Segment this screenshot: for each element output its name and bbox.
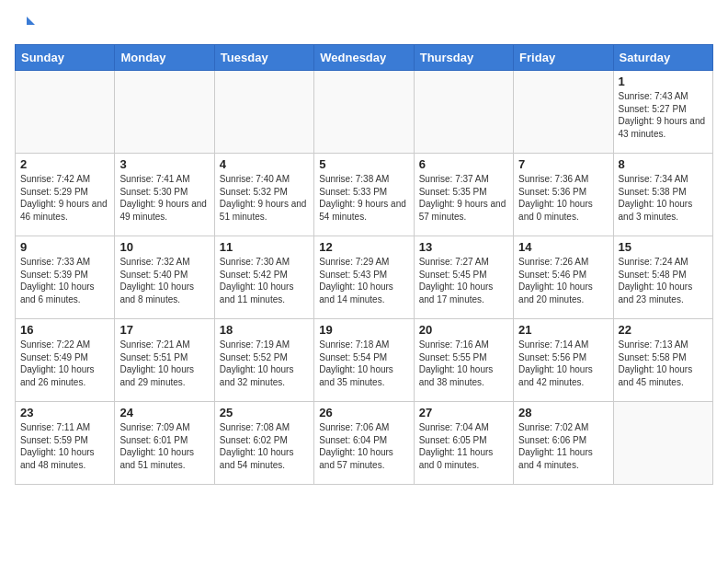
day-info: Sunrise: 7:19 AM Sunset: 5:52 PM Dayligh…	[220, 339, 309, 388]
day-info: Sunrise: 7:02 AM Sunset: 6:06 PM Dayligh…	[518, 421, 608, 471]
day-info: Sunrise: 7:30 AM Sunset: 5:42 PM Dayligh…	[220, 256, 309, 305]
day-info: Sunrise: 7:21 AM Sunset: 5:51 PM Dayligh…	[119, 339, 209, 388]
svg-marker-0	[27, 17, 35, 25]
day-number: 14	[518, 240, 608, 254]
day-number: 10	[119, 240, 209, 254]
day-cell: 23Sunrise: 7:11 AM Sunset: 5:59 PM Dayli…	[16, 402, 115, 485]
day-info: Sunrise: 7:26 AM Sunset: 5:46 PM Dayligh…	[518, 256, 608, 305]
day-number: 26	[319, 406, 408, 419]
weekday-tuesday: Tuesday	[214, 45, 313, 71]
day-cell: 11Sunrise: 7:30 AM Sunset: 5:42 PM Dayli…	[214, 236, 313, 319]
day-number: 20	[419, 323, 508, 337]
day-info: Sunrise: 7:38 AM Sunset: 5:33 PM Dayligh…	[319, 173, 408, 223]
day-info: Sunrise: 7:41 AM Sunset: 5:30 PM Dayligh…	[119, 173, 209, 223]
day-cell: 1Sunrise: 7:43 AM Sunset: 5:27 PM Daylig…	[613, 71, 712, 154]
day-number: 11	[220, 240, 309, 254]
day-number: 13	[419, 240, 508, 254]
day-cell	[613, 402, 712, 485]
weekday-saturday: Saturday	[613, 45, 712, 71]
day-number: 25	[220, 406, 309, 419]
week-row-2: 2Sunrise: 7:42 AM Sunset: 5:29 PM Daylig…	[16, 154, 713, 236]
day-info: Sunrise: 7:29 AM Sunset: 5:43 PM Dayligh…	[319, 256, 408, 305]
weekday-thursday: Thursday	[414, 45, 513, 71]
day-cell: 14Sunrise: 7:26 AM Sunset: 5:46 PM Dayli…	[514, 236, 613, 319]
logo-general	[15, 15, 37, 35]
day-info: Sunrise: 7:27 AM Sunset: 5:45 PM Dayligh…	[419, 256, 508, 305]
day-info: Sunrise: 7:40 AM Sunset: 5:32 PM Dayligh…	[220, 173, 309, 223]
day-cell: 18Sunrise: 7:19 AM Sunset: 5:52 PM Dayli…	[214, 319, 313, 402]
header	[15, 15, 713, 35]
day-info: Sunrise: 7:24 AM Sunset: 5:48 PM Dayligh…	[619, 256, 708, 305]
weekday-monday: Monday	[115, 45, 214, 71]
day-info: Sunrise: 7:08 AM Sunset: 6:02 PM Dayligh…	[220, 421, 309, 471]
day-cell: 24Sunrise: 7:09 AM Sunset: 6:01 PM Dayli…	[115, 402, 214, 485]
day-number: 9	[20, 240, 109, 254]
day-number: 21	[518, 323, 608, 337]
day-number: 1	[619, 75, 708, 88]
day-number: 19	[319, 323, 408, 337]
day-cell: 9Sunrise: 7:33 AM Sunset: 5:39 PM Daylig…	[16, 236, 115, 319]
day-cell: 25Sunrise: 7:08 AM Sunset: 6:02 PM Dayli…	[214, 402, 313, 485]
day-number: 12	[319, 240, 408, 254]
day-number: 2	[20, 157, 109, 171]
day-cell	[414, 71, 513, 154]
day-cell: 4Sunrise: 7:40 AM Sunset: 5:32 PM Daylig…	[214, 154, 313, 236]
weekday-wednesday: Wednesday	[314, 45, 414, 71]
day-number: 16	[20, 323, 109, 337]
day-number: 28	[518, 406, 608, 419]
day-cell: 28Sunrise: 7:02 AM Sunset: 6:06 PM Dayli…	[514, 402, 613, 485]
day-number: 3	[119, 157, 209, 171]
day-cell	[16, 71, 115, 154]
day-info: Sunrise: 7:43 AM Sunset: 5:27 PM Dayligh…	[619, 90, 708, 140]
day-number: 6	[419, 157, 508, 171]
page: SundayMondayTuesdayWednesdayThursdayFrid…	[0, 0, 728, 500]
day-cell: 15Sunrise: 7:24 AM Sunset: 5:48 PM Dayli…	[613, 236, 712, 319]
day-number: 4	[220, 157, 309, 171]
week-row-4: 16Sunrise: 7:22 AM Sunset: 5:49 PM Dayli…	[16, 319, 713, 402]
day-cell: 12Sunrise: 7:29 AM Sunset: 5:43 PM Dayli…	[314, 236, 414, 319]
day-cell: 3Sunrise: 7:41 AM Sunset: 5:30 PM Daylig…	[115, 154, 214, 236]
day-cell	[314, 71, 414, 154]
day-cell: 19Sunrise: 7:18 AM Sunset: 5:54 PM Dayli…	[314, 319, 414, 402]
week-row-3: 9Sunrise: 7:33 AM Sunset: 5:39 PM Daylig…	[16, 236, 713, 319]
day-info: Sunrise: 7:33 AM Sunset: 5:39 PM Dayligh…	[20, 256, 109, 305]
day-cell: 26Sunrise: 7:06 AM Sunset: 6:04 PM Dayli…	[314, 402, 414, 485]
day-number: 27	[419, 406, 508, 419]
day-info: Sunrise: 7:04 AM Sunset: 6:05 PM Dayligh…	[419, 421, 508, 471]
weekday-friday: Friday	[514, 45, 613, 71]
day-number: 8	[619, 157, 708, 171]
weekday-sunday: Sunday	[16, 45, 115, 71]
logo-icon	[17, 15, 37, 35]
day-cell: 21Sunrise: 7:14 AM Sunset: 5:56 PM Dayli…	[514, 319, 613, 402]
day-cell: 17Sunrise: 7:21 AM Sunset: 5:51 PM Dayli…	[115, 319, 214, 402]
day-info: Sunrise: 7:13 AM Sunset: 5:58 PM Dayligh…	[619, 339, 708, 388]
day-cell: 7Sunrise: 7:36 AM Sunset: 5:36 PM Daylig…	[514, 154, 613, 236]
logo	[15, 15, 37, 35]
day-cell	[214, 71, 313, 154]
day-cell: 8Sunrise: 7:34 AM Sunset: 5:38 PM Daylig…	[613, 154, 712, 236]
day-info: Sunrise: 7:18 AM Sunset: 5:54 PM Dayligh…	[319, 339, 408, 388]
day-cell: 20Sunrise: 7:16 AM Sunset: 5:55 PM Dayli…	[414, 319, 513, 402]
day-cell: 22Sunrise: 7:13 AM Sunset: 5:58 PM Dayli…	[613, 319, 712, 402]
weekday-header-row: SundayMondayTuesdayWednesdayThursdayFrid…	[16, 45, 713, 71]
day-info: Sunrise: 7:14 AM Sunset: 5:56 PM Dayligh…	[518, 339, 608, 388]
day-cell	[514, 71, 613, 154]
day-info: Sunrise: 7:22 AM Sunset: 5:49 PM Dayligh…	[20, 339, 109, 388]
day-info: Sunrise: 7:42 AM Sunset: 5:29 PM Dayligh…	[20, 173, 109, 223]
day-number: 24	[119, 406, 209, 419]
day-number: 22	[619, 323, 708, 337]
day-cell: 13Sunrise: 7:27 AM Sunset: 5:45 PM Dayli…	[414, 236, 513, 319]
day-info: Sunrise: 7:36 AM Sunset: 5:36 PM Dayligh…	[518, 173, 608, 223]
day-info: Sunrise: 7:34 AM Sunset: 5:38 PM Dayligh…	[619, 173, 708, 223]
day-cell: 6Sunrise: 7:37 AM Sunset: 5:35 PM Daylig…	[414, 154, 513, 236]
day-number: 18	[220, 323, 309, 337]
day-number: 5	[319, 157, 408, 171]
day-info: Sunrise: 7:37 AM Sunset: 5:35 PM Dayligh…	[419, 173, 508, 223]
day-cell: 16Sunrise: 7:22 AM Sunset: 5:49 PM Dayli…	[16, 319, 115, 402]
day-info: Sunrise: 7:09 AM Sunset: 6:01 PM Dayligh…	[119, 421, 209, 471]
day-number: 17	[119, 323, 209, 337]
day-info: Sunrise: 7:11 AM Sunset: 5:59 PM Dayligh…	[20, 421, 109, 471]
day-cell: 2Sunrise: 7:42 AM Sunset: 5:29 PM Daylig…	[16, 154, 115, 236]
week-row-5: 23Sunrise: 7:11 AM Sunset: 5:59 PM Dayli…	[16, 402, 713, 485]
week-row-1: 1Sunrise: 7:43 AM Sunset: 5:27 PM Daylig…	[16, 71, 713, 154]
